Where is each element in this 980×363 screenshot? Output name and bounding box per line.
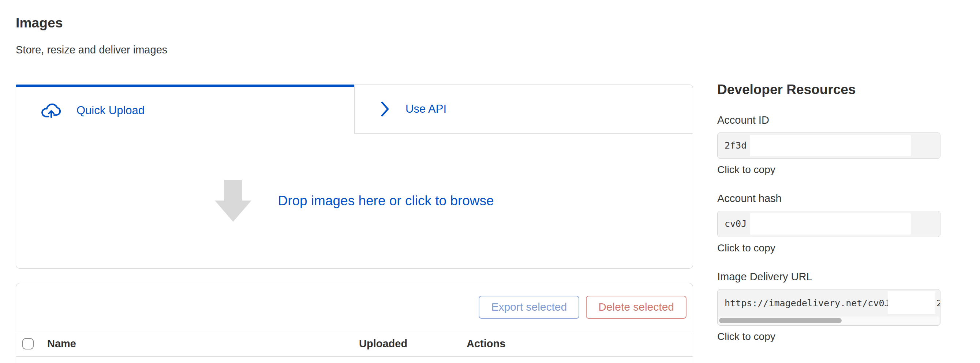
account-id-field: Account ID 2f3d Click to copy [717, 114, 941, 176]
account-id-value-box[interactable]: 2f3d [717, 132, 940, 159]
column-header-uploaded: Uploaded [359, 338, 466, 350]
account-hash-copy-hint[interactable]: Click to copy [717, 242, 941, 254]
dropzone[interactable]: Drop images here or click to browse [16, 134, 693, 269]
upload-tabs: Quick Upload Use API [16, 84, 693, 134]
redaction-overlay [750, 213, 911, 234]
account-hash-field: Account hash cv0J Click to copy [717, 193, 941, 254]
image-list-card: Export selected Delete selected Name Upl… [16, 283, 693, 363]
image-delivery-url-value: https://imagedelivery.net/cv0JSj [725, 297, 901, 310]
page-title: Images [16, 15, 693, 31]
export-selected-button[interactable]: Export selected [479, 296, 579, 319]
horizontal-scrollbar-thumb[interactable] [719, 318, 842, 323]
images-page: Images Store, resize and deliver images … [0, 0, 980, 363]
account-id-value: 2f3d [725, 139, 746, 152]
horizontal-scrollbar-track [718, 317, 939, 325]
delete-selected-button[interactable]: Delete selected [586, 296, 687, 319]
image-delivery-url-copy-hint[interactable]: Click to copy [717, 331, 941, 342]
redaction-overlay [750, 135, 911, 156]
arrow-down-icon [215, 180, 251, 222]
page-subtitle: Store, resize and deliver images [16, 44, 693, 56]
account-id-label: Account ID [717, 114, 941, 126]
chevron-right-icon [379, 100, 391, 119]
image-delivery-url-value-box[interactable]: https://imagedelivery.net/cv0JSj 2 [717, 289, 940, 326]
column-header-name: Name [47, 338, 359, 350]
select-all-checkbox[interactable] [22, 338, 33, 349]
tab-quick-upload-label: Quick Upload [76, 104, 145, 117]
image-delivery-url-label: Image Delivery URL [717, 271, 941, 283]
tab-quick-upload[interactable]: Quick Upload [16, 84, 354, 134]
upload-card: Quick Upload Use API Drop [16, 84, 693, 269]
tab-use-api-label: Use API [406, 102, 447, 116]
table-header-row: Name Uploaded Actions [16, 331, 693, 357]
image-list-toolbar: Export selected Delete selected [16, 283, 693, 331]
column-header-actions: Actions [466, 338, 693, 350]
account-hash-value: cv0J [725, 218, 746, 230]
redaction-overlay [888, 291, 935, 314]
image-delivery-url-field: Image Delivery URL https://imagedelivery… [717, 271, 941, 342]
account-hash-label: Account hash [717, 193, 941, 205]
account-id-copy-hint[interactable]: Click to copy [717, 164, 941, 176]
developer-resources-panel: Developer Resources Account ID 2f3d Clic… [717, 0, 941, 363]
main-column: Images Store, resize and deliver images … [16, 0, 693, 363]
account-hash-value-box[interactable]: cv0J [717, 211, 940, 237]
developer-resources-title: Developer Resources [717, 82, 941, 97]
tab-use-api[interactable]: Use API [354, 84, 693, 134]
url-overflow-character: 2 [937, 297, 940, 310]
cloud-upload-icon [41, 102, 62, 119]
dropzone-label: Drop images here or click to browse [278, 193, 494, 209]
